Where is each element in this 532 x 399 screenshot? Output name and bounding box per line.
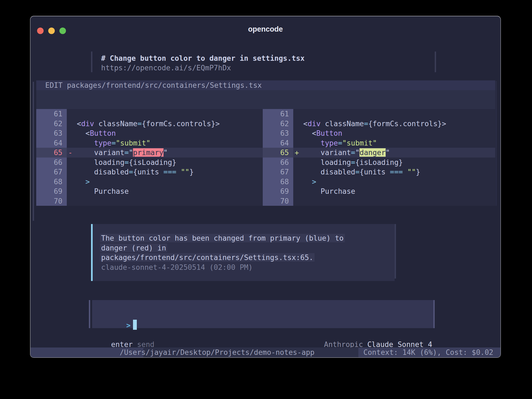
diff-row-right-67: 67 disabled={units === ""}: [263, 167, 495, 177]
line-number: 68: [36, 177, 67, 187]
diff-row-left-65: 65- variant="primary": [36, 148, 263, 158]
input-right-border: [433, 300, 435, 328]
assistant-message-right-border: [395, 224, 396, 279]
line-number: 69: [263, 186, 293, 196]
assistant-message-line: danger (red) in: [101, 243, 395, 253]
diff-row-left-70: 70: [36, 196, 263, 206]
text-cursor: [133, 320, 137, 330]
conversation-scrollbar[interactable]: [33, 82, 34, 221]
model-name: Claude Sonnet 4: [367, 340, 432, 349]
line-number: 63: [263, 128, 293, 138]
window-title: opencode: [31, 25, 500, 34]
assistant-message-block: The button color has been changed from p…: [93, 224, 395, 281]
line-number: 69: [36, 186, 67, 196]
diff-pane-before: 6162 <div className={formCs.controls}>63…: [36, 109, 263, 206]
opencode-terminal-window: opencode # Change button color to danger…: [30, 16, 501, 358]
line-number: 63: [36, 128, 67, 138]
diff-row-right-65: 65+ variant="danger": [263, 148, 495, 158]
code-line: >: [67, 177, 263, 187]
diff-row-right-62: 62 <div className={formCs.controls}>: [263, 119, 495, 129]
line-number: 66: [263, 158, 293, 167]
working-directory-path: /Users/jayair/Desktop/Projects/demo-note…: [120, 347, 315, 357]
line-number: 64: [36, 138, 67, 148]
line-number: 70: [263, 196, 293, 206]
deletion-marker: -: [68, 148, 72, 157]
share-url-link[interactable]: https://opencode.ai/s/EQmP7hDx: [101, 63, 231, 73]
code-line: loading={isLoading}: [293, 158, 495, 167]
user-prompt-right-border: [435, 52, 436, 72]
desktop: { "window": { "title": "opencode" }, "pr…: [0, 0, 532, 399]
diff-row-right-70: 70: [263, 196, 495, 206]
line-number: 67: [263, 167, 293, 177]
prompt-chevron-icon: >: [126, 321, 131, 330]
window-titlebar: opencode: [31, 16, 500, 35]
line-number: 68: [263, 177, 293, 187]
line-number: 65: [263, 148, 293, 158]
line-number: 66: [36, 158, 67, 167]
diff-row-left-64: 64 type="submit": [36, 138, 263, 148]
diff-row-left-68: 68 >: [36, 177, 263, 187]
input-prompt-line: >: [100, 309, 137, 320]
user-prompt-heading: # Change button color to danger in setti…: [101, 53, 305, 63]
provider-name: Anthropic: [324, 340, 367, 349]
diff-row-right-64: 64 type="submit": [263, 138, 495, 148]
assistant-message-meta: claude-sonnet-4-20250514 (02:00 PM): [101, 262, 395, 272]
diff-row-left-69: 69 Purchase: [36, 186, 263, 196]
code-line: Purchase: [293, 186, 495, 196]
code-line: [67, 196, 263, 206]
diff-pane-after: 6162 <div className={formCs.controls}>63…: [263, 109, 495, 206]
code-line: >: [293, 177, 495, 187]
code-line: <Button: [67, 128, 263, 138]
code-line: + variant="danger": [293, 148, 495, 158]
code-line: type="submit": [293, 138, 495, 148]
line-number: 65: [36, 148, 67, 158]
status-bar: opencode v0.1.156 /Users/jayair/Desktop/…: [31, 347, 500, 357]
code-line: <Button: [293, 128, 495, 138]
edit-file-path: EDIT packages/frontend/src/containers/Se…: [45, 81, 262, 89]
diff-row-right-66: 66 loading={isLoading}: [263, 158, 495, 167]
diff-row-right-69: 69 Purchase: [263, 186, 495, 196]
diff-row-right-63: 63 <Button: [263, 128, 495, 138]
assistant-message-line: packages/frontend/src/containers/Setting…: [101, 253, 395, 262]
code-line: <div className={formCs.controls}>: [293, 119, 495, 129]
code-line: - variant="primary": [67, 148, 263, 158]
code-line: disabled={units === ""}: [67, 167, 263, 177]
assistant-message-line: The button color has been changed from p…: [101, 233, 395, 243]
diff-row-left-67: 67 disabled={units === ""}: [36, 167, 263, 177]
code-line: disabled={units === ""}: [293, 167, 495, 177]
line-number: 61: [263, 109, 293, 119]
chat-input[interactable]: >: [92, 300, 433, 328]
line-number: 62: [263, 119, 293, 129]
code-line: [293, 109, 495, 119]
diff-row-left-66: 66 loading={isLoading}: [36, 158, 263, 167]
line-number: 64: [263, 138, 293, 148]
diff-row-right-68: 68 >: [263, 177, 495, 187]
diff-row-right-61: 61: [263, 109, 495, 119]
user-prompt-left-border: [91, 52, 92, 72]
context-cost-segment: Context: 14K (6%), Cost: $0.02: [358, 347, 500, 357]
line-number: 70: [36, 196, 67, 206]
diff-row-left-63: 63 <Button: [36, 128, 263, 138]
line-number: 67: [36, 167, 67, 177]
code-line: loading={isLoading}: [67, 158, 263, 167]
code-line: [67, 109, 263, 119]
code-line: <div className={formCs.controls}>: [67, 119, 263, 129]
edit-panel-scrollbar[interactable]: [495, 81, 497, 206]
code-line: type="submit": [67, 138, 263, 148]
diff-row-left-62: 62 <div className={formCs.controls}>: [36, 119, 263, 129]
edit-diff-panel: EDIT packages/frontend/src/containers/Se…: [36, 80, 495, 206]
addition-marker: +: [295, 148, 299, 157]
input-left-border: [89, 300, 90, 328]
edit-file-header: EDIT packages/frontend/src/containers/Se…: [36, 80, 495, 90]
diff-view: 6162 <div className={formCs.controls}>63…: [36, 109, 495, 206]
diff-row-left-61: 61: [36, 109, 263, 119]
code-line: [293, 196, 495, 206]
code-line: Purchase: [67, 186, 263, 196]
line-number: 62: [36, 119, 67, 129]
line-number: 61: [36, 109, 67, 119]
